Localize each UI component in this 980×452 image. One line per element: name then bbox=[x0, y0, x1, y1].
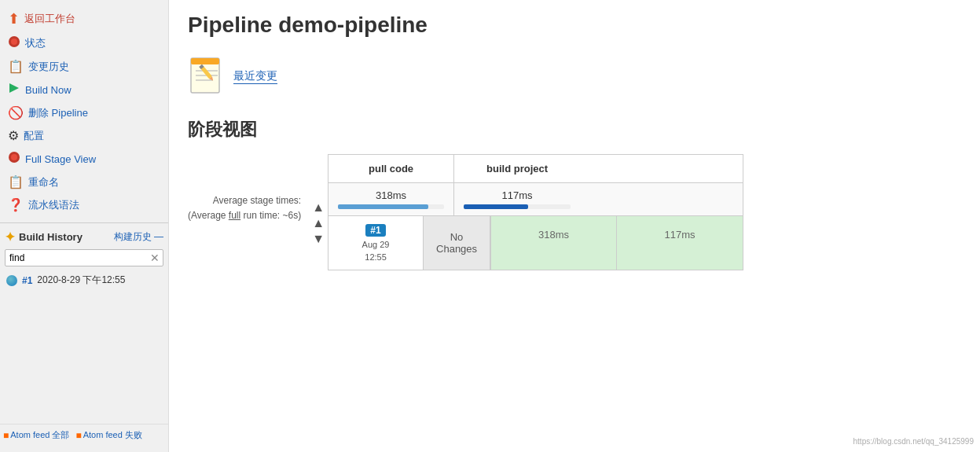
atom-feeds: ■ Atom feed 全部 ■ Atom feed 失败 bbox=[0, 424, 168, 446]
sidebar-item-build-now[interactable]: Build Now bbox=[0, 78, 168, 101]
rename-icon: 📋 bbox=[8, 175, 24, 189]
search-wrap: ✕ bbox=[5, 249, 163, 266]
atom-feed-all-label: Atom feed 全部 bbox=[10, 429, 69, 441]
stage-view-title: 阶段视图 bbox=[188, 118, 961, 141]
stage-table: pull code build project 318ms 117ms bbox=[328, 154, 743, 270]
stage-bar-pull-container bbox=[338, 204, 444, 209]
build-history-star-icon: ✦ bbox=[5, 230, 15, 244]
sidebar-item-delete[interactable]: 🚫 删除 Pipeline bbox=[0, 101, 168, 124]
main-content: Pipeline demo-pipeline 最近变更 阶段视图 bbox=[169, 0, 980, 452]
build-number-link[interactable]: #1 bbox=[22, 275, 32, 286]
no-changes-cell: NoChanges bbox=[423, 216, 490, 270]
stage-header-pull-code: pull code bbox=[329, 155, 454, 182]
build-date: 2020-8-29 下午12:55 bbox=[37, 274, 125, 287]
atom-feed-fail-link[interactable]: ■ Atom feed 失败 bbox=[75, 429, 141, 441]
sidebar-item-full-stage[interactable]: Full Stage View bbox=[0, 147, 168, 171]
svg-rect-6 bbox=[191, 58, 219, 64]
atom-feed-fail-label: Atom feed 失败 bbox=[83, 429, 142, 441]
sidebar-item-status[interactable]: 状态 bbox=[0, 31, 168, 55]
stage-avg-build: 117ms bbox=[454, 183, 580, 215]
rss-all-icon: ■ bbox=[3, 430, 9, 441]
syntax-icon: ❓ bbox=[8, 197, 24, 212]
back-icon: ⬆ bbox=[8, 10, 20, 28]
stage-build-row: #1 Aug 29 12:55 NoChanges 318ms 117ms bbox=[329, 216, 743, 270]
sidebar-item-pipeline-syntax[interactable]: ❓ 流水线语法 bbox=[0, 193, 168, 216]
scroll-down-button[interactable]: ▼ bbox=[312, 233, 325, 245]
svg-point-4 bbox=[11, 154, 17, 160]
watermark: https://blog.csdn.net/qq_34125999 bbox=[853, 437, 974, 446]
sidebar-label-build-now[interactable]: Build Now bbox=[25, 84, 72, 96]
stage-build-info: #1 Aug 29 12:55 bbox=[329, 216, 423, 270]
arrow-col: ▲ ▲ ▼ bbox=[309, 154, 328, 245]
build-item: #1 2020-8-29 下午12:55 bbox=[5, 270, 163, 290]
stage-left: Average stage times: (Average full run t… bbox=[188, 154, 309, 223]
build-history-header: ✦ Build History 构建历史 — bbox=[5, 230, 163, 244]
search-clear-icon[interactable]: ✕ bbox=[150, 252, 160, 263]
stage-avg-row: 318ms 117ms bbox=[329, 183, 743, 216]
sidebar-label-pipeline-syntax[interactable]: 流水线语法 bbox=[28, 198, 79, 212]
build-history-title: ✦ Build History bbox=[5, 230, 83, 244]
rss-fail-icon: ■ bbox=[75, 430, 81, 441]
stage-header-row: pull code build project bbox=[329, 155, 743, 183]
status-icon bbox=[8, 35, 20, 51]
stage-times-label: Average stage times: (Average full run t… bbox=[188, 193, 301, 223]
atom-feed-all-link[interactable]: ■ Atom feed 全部 bbox=[3, 429, 69, 441]
config-icon: ⚙ bbox=[8, 128, 19, 143]
recent-changes-link[interactable]: 最近变更 bbox=[233, 69, 277, 84]
svg-point-1 bbox=[11, 39, 17, 45]
sidebar-label-changes[interactable]: 变更历史 bbox=[28, 60, 69, 74]
stage-result-build[interactable]: 117ms bbox=[617, 216, 743, 270]
stage-bar-build bbox=[464, 204, 528, 209]
avg-pull-value: 318ms bbox=[338, 189, 444, 201]
build-time: 12:55 bbox=[365, 252, 387, 262]
stage-avg-pull: 318ms bbox=[329, 183, 454, 215]
delete-icon: 🚫 bbox=[8, 105, 24, 120]
build-history-link[interactable]: 构建历史 — bbox=[114, 230, 163, 244]
build-date: Aug 29 bbox=[362, 240, 390, 249]
average-stage-label: Average stage times: bbox=[188, 193, 301, 208]
build-now-icon bbox=[8, 82, 20, 97]
average-full-label: (Average full run time: ~6s) bbox=[188, 208, 301, 223]
build-history-section: ✦ Build History 构建历史 — ✕ #1 2020-8-29 下午… bbox=[0, 222, 168, 424]
sidebar-label-config[interactable]: 配置 bbox=[24, 129, 44, 143]
no-changes-label: NoChanges bbox=[436, 231, 477, 255]
sidebar-label-back[interactable]: 返回工作台 bbox=[24, 12, 75, 26]
build-status-dot bbox=[6, 275, 17, 286]
stage-with-arrows: Average stage times: (Average full run t… bbox=[188, 154, 961, 270]
build-history-label: Build History bbox=[19, 231, 83, 243]
search-input[interactable] bbox=[5, 249, 163, 266]
sidebar-item-config[interactable]: ⚙ 配置 bbox=[0, 124, 168, 147]
full-stage-icon bbox=[8, 151, 20, 167]
recent-changes-area: 最近变更 bbox=[188, 53, 961, 99]
stage-bar-pull bbox=[338, 204, 428, 209]
changes-icon: 📋 bbox=[8, 59, 24, 74]
sidebar-item-changes[interactable]: 📋 变更历史 bbox=[0, 55, 168, 78]
stage-result-pull[interactable]: 318ms bbox=[491, 216, 617, 270]
sidebar-label-delete[interactable]: 删除 Pipeline bbox=[28, 106, 88, 120]
avg-build-value: 117ms bbox=[464, 189, 571, 201]
sidebar: ⬆ 返回工作台 状态 📋 变更历史 Build Now 🚫 删除 Pipelin… bbox=[0, 0, 169, 452]
build-badge[interactable]: #1 bbox=[365, 224, 385, 237]
scroll-up2-button[interactable]: ▲ bbox=[312, 217, 325, 230]
sidebar-item-back[interactable]: ⬆ 返回工作台 bbox=[0, 6, 168, 31]
sidebar-item-rename[interactable]: 📋 重命名 bbox=[0, 171, 168, 193]
svg-marker-2 bbox=[9, 83, 19, 93]
stage-bar-build-container bbox=[464, 204, 571, 209]
notepad-icon bbox=[188, 53, 226, 99]
sidebar-label-status[interactable]: 状态 bbox=[25, 36, 46, 50]
stage-header-build-project: build project bbox=[454, 155, 580, 182]
scroll-up-button[interactable]: ▲ bbox=[312, 201, 325, 214]
sidebar-label-full-stage[interactable]: Full Stage View bbox=[25, 153, 96, 165]
sidebar-label-rename[interactable]: 重命名 bbox=[28, 175, 59, 189]
page-title: Pipeline demo-pipeline bbox=[188, 13, 961, 38]
